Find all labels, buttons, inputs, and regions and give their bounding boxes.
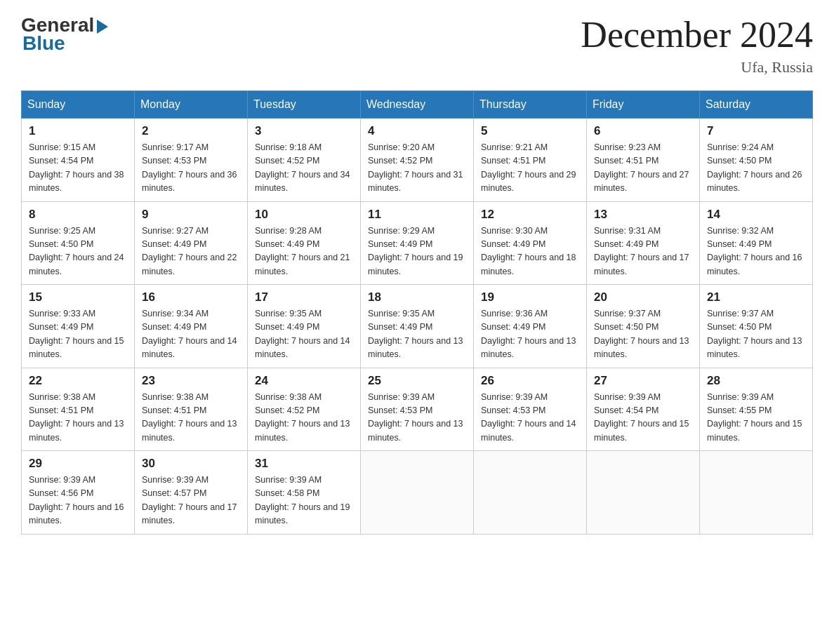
weekday-header-saturday: Saturday xyxy=(700,91,813,119)
day-info: Sunrise: 9:39 AMSunset: 4:57 PMDaylight:… xyxy=(142,474,240,528)
calendar-cell: 19Sunrise: 9:36 AMSunset: 4:49 PMDayligh… xyxy=(474,285,587,368)
calendar-cell: 12Sunrise: 9:30 AMSunset: 4:49 PMDayligh… xyxy=(474,201,587,285)
calendar-cell xyxy=(361,451,474,535)
weekday-header-tuesday: Tuesday xyxy=(248,91,361,119)
day-number: 14 xyxy=(707,208,805,222)
day-info: Sunrise: 9:38 AMSunset: 4:51 PMDaylight:… xyxy=(29,391,127,445)
day-number: 4 xyxy=(368,124,466,138)
calendar-cell: 27Sunrise: 9:39 AMSunset: 4:54 PMDayligh… xyxy=(587,368,700,451)
calendar-week-row: 15Sunrise: 9:33 AMSunset: 4:49 PMDayligh… xyxy=(22,285,813,368)
day-number: 6 xyxy=(594,124,692,138)
calendar-cell xyxy=(474,451,587,535)
calendar-cell: 22Sunrise: 9:38 AMSunset: 4:51 PMDayligh… xyxy=(22,368,135,451)
day-number: 1 xyxy=(29,124,127,138)
weekday-header-wednesday: Wednesday xyxy=(361,91,474,119)
weekday-header-friday: Friday xyxy=(587,91,700,119)
calendar-cell: 30Sunrise: 9:39 AMSunset: 4:57 PMDayligh… xyxy=(135,451,248,535)
calendar-week-row: 1Sunrise: 9:15 AMSunset: 4:54 PMDaylight… xyxy=(22,119,813,202)
day-info: Sunrise: 9:21 AMSunset: 4:51 PMDaylight:… xyxy=(481,141,579,196)
calendar-cell: 26Sunrise: 9:39 AMSunset: 4:53 PMDayligh… xyxy=(474,368,587,451)
day-number: 30 xyxy=(142,457,240,471)
logo-blue-text: Blue xyxy=(21,32,65,55)
day-info: Sunrise: 9:38 AMSunset: 4:52 PMDaylight:… xyxy=(255,391,353,445)
day-number: 20 xyxy=(594,290,692,304)
day-info: Sunrise: 9:37 AMSunset: 4:50 PMDaylight:… xyxy=(594,307,692,362)
day-number: 2 xyxy=(142,124,240,138)
calendar-table: SundayMondayTuesdayWednesdayThursdayFrid… xyxy=(21,90,813,535)
day-info: Sunrise: 9:36 AMSunset: 4:49 PMDaylight:… xyxy=(481,307,579,362)
calendar-cell: 13Sunrise: 9:31 AMSunset: 4:49 PMDayligh… xyxy=(587,201,700,285)
day-info: Sunrise: 9:20 AMSunset: 4:52 PMDaylight:… xyxy=(368,141,466,196)
day-info: Sunrise: 9:35 AMSunset: 4:49 PMDaylight:… xyxy=(368,307,466,362)
day-info: Sunrise: 9:23 AMSunset: 4:51 PMDaylight:… xyxy=(594,141,692,196)
logo-arrow-icon xyxy=(97,20,108,34)
day-info: Sunrise: 9:33 AMSunset: 4:49 PMDaylight:… xyxy=(29,307,127,362)
day-info: Sunrise: 9:24 AMSunset: 4:50 PMDaylight:… xyxy=(707,141,805,196)
calendar-cell: 8Sunrise: 9:25 AMSunset: 4:50 PMDaylight… xyxy=(22,201,135,285)
day-number: 9 xyxy=(142,208,240,222)
day-number: 17 xyxy=(255,290,353,304)
calendar-cell: 3Sunrise: 9:18 AMSunset: 4:52 PMDaylight… xyxy=(248,119,361,202)
day-number: 19 xyxy=(481,290,579,304)
calendar-cell: 16Sunrise: 9:34 AMSunset: 4:49 PMDayligh… xyxy=(135,285,248,368)
day-info: Sunrise: 9:39 AMSunset: 4:56 PMDaylight:… xyxy=(29,474,127,528)
calendar-cell: 23Sunrise: 9:38 AMSunset: 4:51 PMDayligh… xyxy=(135,368,248,451)
calendar-cell: 7Sunrise: 9:24 AMSunset: 4:50 PMDaylight… xyxy=(700,119,813,202)
calendar-week-row: 8Sunrise: 9:25 AMSunset: 4:50 PMDaylight… xyxy=(22,201,813,285)
calendar-cell: 2Sunrise: 9:17 AMSunset: 4:53 PMDaylight… xyxy=(135,119,248,202)
day-info: Sunrise: 9:30 AMSunset: 4:49 PMDaylight:… xyxy=(481,224,579,279)
day-info: Sunrise: 9:18 AMSunset: 4:52 PMDaylight:… xyxy=(255,141,353,196)
calendar-cell: 20Sunrise: 9:37 AMSunset: 4:50 PMDayligh… xyxy=(587,285,700,368)
month-title: December 2024 xyxy=(581,14,813,55)
calendar-cell xyxy=(700,451,813,535)
day-number: 13 xyxy=(594,208,692,222)
calendar-cell: 4Sunrise: 9:20 AMSunset: 4:52 PMDaylight… xyxy=(361,119,474,202)
day-info: Sunrise: 9:39 AMSunset: 4:53 PMDaylight:… xyxy=(481,391,579,445)
page-header: General Blue December 2024 Ufa, Russia xyxy=(21,14,813,76)
day-info: Sunrise: 9:28 AMSunset: 4:49 PMDaylight:… xyxy=(255,224,353,279)
day-info: Sunrise: 9:15 AMSunset: 4:54 PMDaylight:… xyxy=(29,141,127,196)
day-number: 11 xyxy=(368,208,466,222)
weekday-header-monday: Monday xyxy=(135,91,248,119)
day-info: Sunrise: 9:38 AMSunset: 4:51 PMDaylight:… xyxy=(142,391,240,445)
day-number: 24 xyxy=(255,374,353,388)
calendar-cell: 11Sunrise: 9:29 AMSunset: 4:49 PMDayligh… xyxy=(361,201,474,285)
weekday-header-thursday: Thursday xyxy=(474,91,587,119)
calendar-cell: 14Sunrise: 9:32 AMSunset: 4:49 PMDayligh… xyxy=(700,201,813,285)
day-number: 21 xyxy=(707,290,805,304)
title-area: December 2024 Ufa, Russia xyxy=(581,14,813,76)
calendar-cell: 6Sunrise: 9:23 AMSunset: 4:51 PMDaylight… xyxy=(587,119,700,202)
day-number: 28 xyxy=(707,374,805,388)
day-number: 3 xyxy=(255,124,353,138)
calendar-cell: 9Sunrise: 9:27 AMSunset: 4:49 PMDaylight… xyxy=(135,201,248,285)
day-number: 27 xyxy=(594,374,692,388)
day-number: 5 xyxy=(481,124,579,138)
day-number: 26 xyxy=(481,374,579,388)
day-number: 12 xyxy=(481,208,579,222)
day-info: Sunrise: 9:35 AMSunset: 4:49 PMDaylight:… xyxy=(255,307,353,362)
calendar-cell: 25Sunrise: 9:39 AMSunset: 4:53 PMDayligh… xyxy=(361,368,474,451)
calendar-cell: 18Sunrise: 9:35 AMSunset: 4:49 PMDayligh… xyxy=(361,285,474,368)
day-number: 16 xyxy=(142,290,240,304)
day-number: 25 xyxy=(368,374,466,388)
day-info: Sunrise: 9:27 AMSunset: 4:49 PMDaylight:… xyxy=(142,224,240,279)
calendar-cell: 17Sunrise: 9:35 AMSunset: 4:49 PMDayligh… xyxy=(248,285,361,368)
weekday-header-row: SundayMondayTuesdayWednesdayThursdayFrid… xyxy=(22,91,813,119)
day-info: Sunrise: 9:34 AMSunset: 4:49 PMDaylight:… xyxy=(142,307,240,362)
calendar-cell: 29Sunrise: 9:39 AMSunset: 4:56 PMDayligh… xyxy=(22,451,135,535)
day-number: 31 xyxy=(255,457,353,471)
calendar-cell xyxy=(587,451,700,535)
day-info: Sunrise: 9:39 AMSunset: 4:54 PMDaylight:… xyxy=(594,391,692,445)
day-info: Sunrise: 9:29 AMSunset: 4:49 PMDaylight:… xyxy=(368,224,466,279)
calendar-cell: 10Sunrise: 9:28 AMSunset: 4:49 PMDayligh… xyxy=(248,201,361,285)
weekday-header-sunday: Sunday xyxy=(22,91,135,119)
calendar-cell: 1Sunrise: 9:15 AMSunset: 4:54 PMDaylight… xyxy=(22,119,135,202)
day-info: Sunrise: 9:17 AMSunset: 4:53 PMDaylight:… xyxy=(142,141,240,196)
calendar-cell: 28Sunrise: 9:39 AMSunset: 4:55 PMDayligh… xyxy=(700,368,813,451)
day-number: 29 xyxy=(29,457,127,471)
day-number: 15 xyxy=(29,290,127,304)
day-info: Sunrise: 9:39 AMSunset: 4:53 PMDaylight:… xyxy=(368,391,466,445)
day-number: 18 xyxy=(368,290,466,304)
calendar-week-row: 29Sunrise: 9:39 AMSunset: 4:56 PMDayligh… xyxy=(22,451,813,535)
day-number: 8 xyxy=(29,208,127,222)
